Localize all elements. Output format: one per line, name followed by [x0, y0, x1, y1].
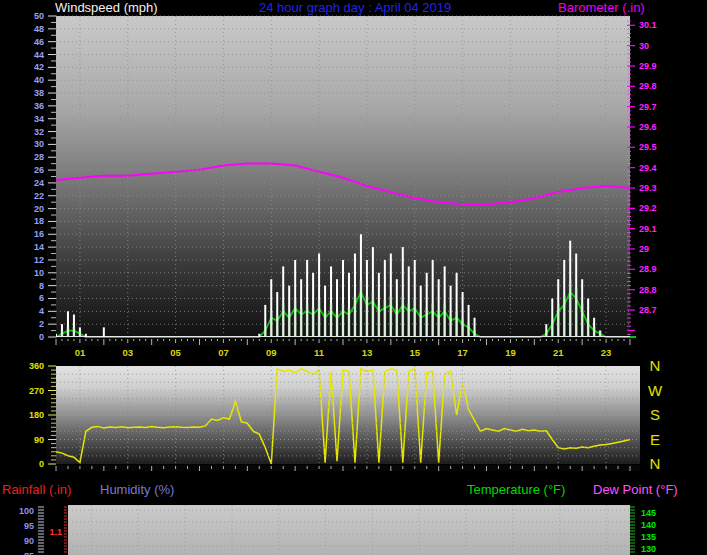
- windspeed-tick-label: 4: [39, 306, 44, 316]
- barometer-tick-label: 29.2: [639, 203, 657, 213]
- bottom-chart: [68, 505, 630, 555]
- direction-bottom-axis: [56, 465, 640, 471]
- hour-label: 11: [314, 347, 325, 358]
- hour-label: 07: [218, 347, 229, 358]
- windspeed-tick-label: 44: [34, 50, 44, 60]
- bottom-plot-background: [68, 505, 630, 555]
- rainfall-axis: 1.1: [49, 507, 67, 552]
- charts-canvas: 0246810121416182022242628303234363840424…: [0, 0, 707, 555]
- compass-letter: N: [650, 357, 661, 374]
- barometer-tick-label: 28.8: [639, 285, 657, 295]
- main-bottom-axis: 010305070911131517192123: [56, 338, 630, 358]
- compass-letter: N: [650, 455, 661, 472]
- main-right-axis: 30.13029.929.829.729.629.529.429.329.229…: [627, 20, 657, 334]
- windspeed-tick-label: 28: [34, 152, 44, 162]
- windspeed-tick-label: 48: [34, 24, 44, 34]
- barometer-tick-label: 29.7: [639, 102, 657, 112]
- humidity-tick-label: 85: [24, 551, 34, 555]
- temperature-axis-title: Temperature (°F): [467, 482, 565, 497]
- windspeed-tick-label: 10: [34, 268, 44, 278]
- windspeed-tick-label: 26: [34, 165, 44, 175]
- hour-label: 23: [601, 347, 612, 358]
- windspeed-tick-label: 8: [39, 281, 44, 291]
- windspeed-tick-label: 16: [34, 229, 44, 239]
- barometer-axis-title: Barometer (.in): [558, 0, 645, 15]
- barometer-tick-label: 29.9: [639, 61, 657, 71]
- windspeed-tick-label: 22: [34, 191, 44, 201]
- windspeed-tick-label: 6: [39, 293, 44, 303]
- temperature-tick-label: 135: [641, 532, 656, 542]
- rainfall-tick-label: 1.1: [49, 527, 62, 537]
- hour-label: 17: [457, 347, 468, 358]
- windspeed-tick-label: 34: [34, 114, 44, 124]
- barometer-tick-label: 29.6: [639, 122, 657, 132]
- barometer-tick-label: 29: [639, 244, 649, 254]
- compass-letter: S: [650, 406, 660, 423]
- direction-tick-label: 180: [29, 410, 44, 420]
- barometer-tick-label: 28.7: [639, 305, 657, 315]
- hour-label: 21: [553, 347, 564, 358]
- hour-label: 15: [409, 347, 420, 358]
- humidity-tick-label: 100: [19, 506, 34, 516]
- main-left-axis: 0246810121416182022242628303234363840424…: [34, 11, 56, 342]
- windspeed-axis-title: Windspeed (mph): [55, 0, 158, 15]
- humidity-tick-label: 90: [24, 536, 34, 546]
- barometer-tick-label: 29.8: [639, 81, 657, 91]
- direction-tick-label: 270: [29, 386, 44, 396]
- direction-left-axis: 360270180900: [29, 361, 56, 469]
- hour-label: 09: [266, 347, 277, 358]
- windspeed-tick-label: 2: [39, 319, 44, 329]
- windspeed-tick-label: 38: [34, 88, 44, 98]
- windspeed-tick-label: 14: [34, 242, 44, 252]
- hour-label: 13: [362, 347, 373, 358]
- direction-tick-label: 0: [39, 459, 44, 469]
- weather-graph-page: 0246810121416182022242628303234363840424…: [0, 0, 707, 555]
- compass-letter: W: [648, 382, 663, 399]
- hour-label: 05: [170, 347, 181, 358]
- main-chart: [56, 16, 636, 338]
- rainfall-axis-title: Rainfall (.in): [2, 482, 71, 497]
- compass-labels: NWSEN: [648, 357, 663, 472]
- hour-label: 19: [505, 347, 516, 358]
- windspeed-tick-label: 30: [34, 139, 44, 149]
- barometer-tick-label: 30.1: [639, 20, 657, 30]
- temperature-tick-label: 145: [641, 508, 656, 518]
- hour-label: 03: [122, 347, 133, 358]
- humidity-axis: 100959085: [19, 505, 44, 555]
- direction-tick-label: 90: [34, 435, 44, 445]
- windspeed-tick-label: 12: [34, 255, 44, 265]
- hour-label: 01: [75, 347, 86, 358]
- graph-date-title: 24 hour graph day : April 04 2019: [259, 0, 451, 15]
- barometer-tick-label: 29.3: [639, 183, 657, 193]
- barometer-tick-label: 28.9: [639, 264, 657, 274]
- compass-letter: E: [650, 431, 660, 448]
- barometer-tick-label: 29.5: [639, 142, 657, 152]
- humidity-tick-label: 95: [24, 521, 34, 531]
- windspeed-tick-label: 40: [34, 75, 44, 85]
- temperature-axis: 145140135130: [630, 507, 656, 554]
- humidity-axis-title: Humidity (%): [100, 482, 174, 497]
- windspeed-tick-label: 50: [34, 11, 44, 21]
- windspeed-tick-label: 46: [34, 37, 44, 47]
- barometer-tick-label: 29.4: [639, 163, 657, 173]
- barometer-tick-label: 29.1: [639, 224, 657, 234]
- windspeed-tick-label: 24: [34, 178, 44, 188]
- windspeed-tick-label: 18: [34, 216, 44, 226]
- windspeed-tick-label: 32: [34, 127, 44, 137]
- windspeed-tick-label: 42: [34, 62, 44, 72]
- temperature-tick-label: 140: [641, 520, 656, 530]
- windspeed-tick-label: 20: [34, 204, 44, 214]
- temperature-tick-label: 130: [641, 544, 656, 554]
- direction-tick-label: 360: [29, 361, 44, 371]
- windspeed-tick-label: 36: [34, 101, 44, 111]
- barometer-tick-label: 30: [639, 41, 649, 51]
- dewpoint-axis-title: Dew Point (°F): [593, 482, 678, 497]
- windspeed-tick-label: 0: [39, 332, 44, 342]
